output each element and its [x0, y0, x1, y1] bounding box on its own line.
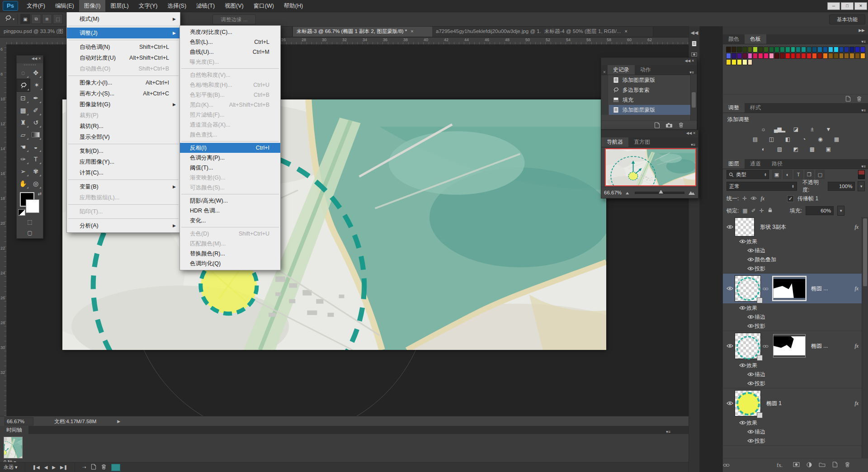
gradient-map-icon[interactable]: ▩ [807, 145, 817, 153]
delete-layer-icon[interactable] [844, 462, 850, 469]
refine-edge-button[interactable]: 调整边缘 ... [212, 14, 256, 24]
new-selection-icon[interactable]: ▣ [20, 14, 30, 24]
subtract-from-selection-icon[interactable]: ⧈ [42, 14, 52, 24]
clone-stamp-tool[interactable]: ♜ [17, 116, 29, 128]
panel-menu-icon[interactable]: ▾≡ [691, 141, 698, 147]
color-swatch[interactable] [774, 53, 779, 59]
effects-row[interactable]: 效果 [723, 418, 868, 427]
patch-tool-tool[interactable]: ▩ [17, 104, 29, 116]
adjustments-submenu-item[interactable]: 色调分离(P)... [180, 153, 280, 163]
lock-transparent-icon[interactable]: ▦ [742, 208, 747, 214]
minimize-button[interactable]: ─ [827, 2, 840, 10]
panel-close-icon[interactable]: × [601, 68, 608, 75]
adjustments-submenu-item[interactable]: 阈值(T)... [180, 163, 280, 173]
layer-name[interactable]: 椭圆 ... [811, 342, 828, 350]
new-group-icon[interactable] [819, 462, 826, 468]
color-swatch[interactable] [860, 53, 865, 59]
duplicate-frame-button[interactable] [91, 464, 96, 471]
next-frame-button[interactable]: ▶❚ [60, 465, 67, 470]
image-menu-item[interactable]: 显示全部(V) [67, 132, 180, 142]
tab-调整[interactable]: 调整 [723, 103, 745, 113]
color-swatch[interactable] [849, 53, 854, 59]
layer-visibility-eye-icon[interactable] [725, 225, 735, 229]
dodge-tool[interactable]: ◒ [29, 141, 42, 153]
effect-eye-icon[interactable] [746, 372, 755, 377]
color-swatch[interactable] [764, 47, 769, 52]
layer-row[interactable]: 椭圆 ...fx▲ [723, 274, 868, 303]
checker-thumbnail[interactable] [735, 217, 755, 236]
circle-mask-b-thumbnail[interactable] [735, 333, 761, 359]
close-button[interactable]: ✕ [854, 2, 867, 10]
threshold-icon[interactable]: ◩ [790, 145, 801, 153]
tool-preset-caret-icon[interactable]: ▾ [13, 17, 14, 21]
levels-icon[interactable]: ▄▆▂ [774, 125, 785, 133]
color-balance-icon[interactable]: ◫ [766, 135, 777, 143]
color-swatch[interactable] [785, 53, 790, 59]
zoom-tool[interactable]: ◎ [29, 177, 42, 189]
layer-name[interactable]: 形状 3副本 [760, 223, 786, 231]
screen-mode-button[interactable]: ▢ [17, 227, 43, 238]
adjustments-submenu-item[interactable]: 变化... [180, 216, 280, 226]
color-swatch[interactable] [753, 47, 758, 52]
new-document-from-state-icon[interactable] [654, 122, 660, 128]
default-colors-icon[interactable] [18, 209, 25, 216]
document-tab[interactable]: 未标题-4 @ 50% (图层 1, RGB/...× [541, 26, 653, 37]
add-layer-mask-icon[interactable] [793, 462, 800, 468]
menubar-item[interactable]: 文字(Y) [134, 0, 163, 12]
timeline-menu-icon[interactable]: ▾≡ [666, 428, 670, 434]
image-menu-item[interactable]: 应用图像(Y)... [67, 156, 180, 167]
image-menu-item[interactable]: 裁切(R)... [67, 121, 180, 132]
history-source-checkbox[interactable] [601, 105, 609, 115]
color-swatch[interactable] [844, 47, 849, 52]
color-swatch[interactable] [780, 53, 785, 59]
exposure-icon[interactable]: ± [807, 125, 817, 133]
gradient-tool[interactable] [29, 128, 42, 141]
menubar-item[interactable]: 滤镜(T) [191, 0, 220, 12]
lock-paint-icon[interactable]: ✐ [751, 208, 756, 214]
effect-eye-icon[interactable] [738, 239, 746, 244]
hue-saturation-icon[interactable]: ▤ [750, 135, 760, 143]
color-swatch[interactable] [764, 53, 769, 59]
photo-filter-icon[interactable]: ◔ [798, 135, 809, 143]
delete-swatch-icon[interactable] [856, 96, 862, 102]
image-menu-item[interactable]: 画布大小(S)...Alt+Ctrl+C [67, 88, 180, 99]
opacity-dropdown-icon[interactable]: ▼ [858, 181, 865, 191]
effect-row[interactable]: 颜色叠加 [723, 255, 868, 264]
color-swatch[interactable] [823, 47, 828, 52]
tab-路径[interactable]: 路径 [766, 159, 788, 169]
color-swatch[interactable] [731, 59, 736, 65]
effects-row[interactable]: 效果 [723, 361, 868, 370]
color-swatch[interactable] [742, 47, 747, 52]
effect-eye-icon[interactable] [746, 324, 755, 328]
tab-色板[interactable]: 色板 [745, 34, 766, 44]
menubar-item[interactable]: 图层(L) [105, 0, 133, 12]
filter-type-icon[interactable]: T [794, 170, 803, 179]
filter-smart-icon[interactable]: ▢ [816, 170, 825, 179]
filter-shape-icon[interactable]: ❒ [805, 170, 814, 179]
tab-直方图[interactable]: 直方图 [628, 137, 656, 147]
link-layers-icon[interactable] [723, 462, 730, 468]
black-white-icon[interactable]: ◧ [782, 135, 793, 143]
menubar-item[interactable]: 帮助(H) [279, 0, 308, 12]
color-swatch[interactable] [807, 53, 811, 59]
menubar-item[interactable]: 窗口(W) [249, 0, 279, 12]
color-swatch[interactable] [855, 47, 860, 52]
collapsed-panel-icon-1[interactable] [691, 41, 698, 48]
delete-frame-button[interactable] [101, 464, 107, 471]
document-tab[interactable]: a7295e45gy1hu5eklefdij20u00w3dje.jpg @ 1… [432, 26, 547, 37]
history-source-checkbox[interactable] [601, 85, 609, 95]
adjustments-submenu-item[interactable]: 反相(I)Ctrl+I [180, 143, 280, 153]
navigator-panel-header[interactable]: ◀◀ ✕ [601, 130, 698, 137]
image-menu-item[interactable]: 调整(J)▶ [67, 28, 180, 38]
color-lookup-icon[interactable]: ▦ [831, 135, 842, 143]
history-state[interactable]: 填充 [601, 95, 697, 105]
color-swatch[interactable] [791, 47, 796, 52]
filter-pixel-icon[interactable]: ▣ [772, 170, 781, 179]
first-frame-button[interactable]: ❚◀ [33, 465, 40, 470]
status-zoom-field[interactable]: 66.67% [5, 417, 33, 425]
tab-图层[interactable]: 图层 [723, 159, 745, 169]
history-brush-tool[interactable]: ↺ [29, 116, 42, 128]
circle-mask-a-thumbnail[interactable] [735, 275, 761, 302]
effect-row[interactable]: 描边 [723, 312, 868, 321]
panel-menu-icon[interactable]: ▾≡ [861, 163, 868, 169]
